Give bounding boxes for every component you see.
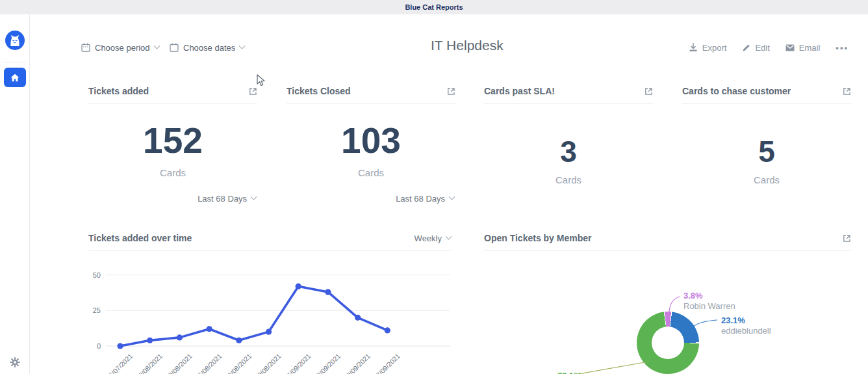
- home-icon: [10, 73, 19, 82]
- blue-cat-reports-app: { "topbar": { "title": "Blue Cat Reports…: [0, 0, 868, 374]
- chevron-down-icon: [251, 194, 257, 200]
- stat-card-tickets-closed: Tickets Closed 103 Cards Last 68 Days: [287, 86, 455, 209]
- stat-value: 5: [682, 134, 851, 169]
- stat-unit: Cards: [287, 167, 455, 178]
- edit-button[interactable]: Edit: [742, 43, 769, 53]
- chevron-down-icon: [239, 42, 246, 49]
- export-button[interactable]: Export: [689, 43, 727, 53]
- stat-card-tickets-added: Tickets added 152 Cards Last 68 Days: [88, 86, 257, 209]
- chevron-down-icon: [446, 233, 452, 239]
- period-label: Last 68 Days: [396, 194, 445, 204]
- svg-text:02/08/2021: 02/08/2021: [134, 352, 164, 374]
- divider: [682, 103, 851, 104]
- top-bar: Blue Cat Reports: [0, 0, 868, 14]
- choose-dates-dropdown[interactable]: Choose dates: [170, 41, 244, 54]
- mouse-cursor: [257, 74, 266, 87]
- svg-text:30/08/2021: 30/08/2021: [253, 352, 283, 374]
- stat-value: 103: [287, 120, 455, 161]
- stat-value: 152: [88, 120, 257, 161]
- blue-cat-logo-icon[interactable]: [5, 31, 25, 50]
- choose-dates-label: Choose dates: [183, 43, 235, 53]
- svg-text:06/09/2021: 06/09/2021: [283, 352, 313, 374]
- stat-card-title: Cards past SLA!: [484, 86, 555, 96]
- tickets-over-time-line-chart[interactable]: 0255026/07/202102/08/202109/08/202116/08…: [81, 265, 458, 374]
- donut-label-eddieblundell: eddieblundell: [721, 326, 771, 336]
- divider: [88, 250, 451, 251]
- stat-card-title: Cards to chase customer: [682, 86, 791, 96]
- svg-text:27/09/2021: 27/09/2021: [372, 352, 402, 374]
- period-label: Last 68 Days: [198, 194, 247, 204]
- donut-pct-robin-warren: 3.8%: [683, 291, 703, 301]
- line-chart-header: Tickets added over time Weekly: [88, 233, 451, 243]
- divider: [88, 103, 257, 104]
- period-dropdown[interactable]: Last 68 Days: [396, 194, 454, 204]
- sidebar-divider: [3, 62, 27, 62]
- weekly-label: Weekly: [415, 234, 442, 243]
- svg-text:0: 0: [97, 342, 101, 350]
- chevron-down-icon: [449, 194, 455, 200]
- sidebar: [0, 14, 30, 374]
- stat-value: 3: [484, 134, 653, 169]
- calendar-icon: [170, 43, 179, 52]
- svg-text:50: 50: [93, 271, 101, 279]
- export-label: Export: [702, 43, 727, 53]
- donut-chart-title: Open Tickets by Member: [484, 233, 591, 243]
- envelope-icon: [785, 44, 795, 51]
- divider: [484, 103, 653, 104]
- choose-period-label: Choose period: [95, 43, 150, 53]
- divider: [287, 103, 455, 104]
- donut-pct-green-clipped: 73.1%: [557, 371, 581, 374]
- stat-unit: Cards: [88, 167, 257, 178]
- svg-text:09/08/2021: 09/08/2021: [164, 352, 194, 374]
- email-button[interactable]: Email: [785, 43, 821, 53]
- header-actions: Export Edit Email •••: [689, 41, 849, 54]
- external-link-icon[interactable]: [645, 87, 653, 96]
- stat-unit: Cards: [682, 174, 851, 185]
- pencil-icon: [742, 44, 750, 52]
- external-link-icon[interactable]: [843, 234, 851, 243]
- sidebar-item-home[interactable]: [4, 68, 26, 87]
- donut-pct-eddieblundell: 23.1%: [721, 315, 745, 325]
- page-title: IT Helpdesk: [431, 38, 504, 53]
- download-icon: [689, 43, 698, 52]
- donut-callout-lines: [484, 254, 868, 374]
- svg-text:23/08/2021: 23/08/2021: [223, 352, 253, 374]
- external-link-icon[interactable]: [843, 87, 851, 96]
- external-link-icon[interactable]: [249, 87, 257, 96]
- stat-unit: Cards: [484, 174, 653, 185]
- svg-text:16/08/2021: 16/08/2021: [194, 352, 223, 374]
- donut-chart-header: Open Tickets by Member: [484, 233, 851, 243]
- period-dropdown[interactable]: Last 68 Days: [198, 194, 256, 204]
- external-link-icon[interactable]: [447, 87, 455, 96]
- weekly-dropdown[interactable]: Weekly: [415, 234, 451, 243]
- svg-text:26/07/2021: 26/07/2021: [105, 352, 134, 374]
- line-chart-title: Tickets added over time: [88, 233, 192, 243]
- svg-text:25: 25: [93, 306, 101, 314]
- calendar-icon: [81, 43, 90, 52]
- svg-text:13/09/2021: 13/09/2021: [313, 352, 342, 374]
- stat-card-title: Tickets added: [88, 86, 149, 96]
- settings-gear-icon[interactable]: [10, 357, 20, 367]
- email-label: Email: [799, 43, 821, 53]
- app-title: Blue Cat Reports: [405, 3, 463, 11]
- svg-text:20/09/2021: 20/09/2021: [342, 352, 372, 374]
- more-options-button[interactable]: •••: [836, 43, 849, 53]
- stat-card-title: Tickets Closed: [287, 86, 351, 96]
- stat-card-past-sla: Cards past SLA! 3 Cards: [484, 86, 653, 209]
- chevron-down-icon: [153, 42, 160, 49]
- choose-period-dropdown[interactable]: Choose period: [81, 41, 159, 54]
- divider: [484, 250, 851, 251]
- edit-label: Edit: [755, 43, 769, 53]
- stat-card-chase-customer: Cards to chase customer 5 Cards: [682, 86, 851, 209]
- donut-label-robin-warren: Robin Warren: [683, 301, 735, 311]
